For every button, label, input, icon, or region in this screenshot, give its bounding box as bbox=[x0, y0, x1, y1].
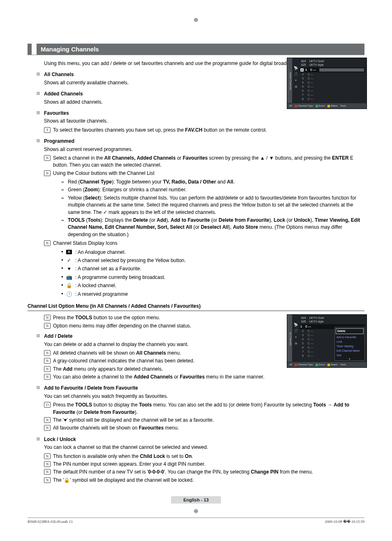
text-bold: Tools bbox=[139, 402, 152, 408]
sub-item-red: Red (Channel Type): Toggle between your … bbox=[61, 179, 364, 186]
status-favourite: ♥: A channel set as a Favourite. bbox=[61, 265, 364, 272]
item-head: Add / Delete bbox=[44, 333, 364, 340]
tv-icon: 📺 bbox=[66, 274, 72, 281]
text: button to use the option menu. bbox=[92, 315, 160, 320]
ch-label: UKTV style bbox=[309, 63, 324, 67]
check-icon: ✓ bbox=[66, 257, 72, 264]
text-bold: Tools bbox=[88, 217, 100, 223]
antenna-icon: 📡 bbox=[293, 65, 299, 71]
note-n-icon: N bbox=[44, 477, 51, 483]
text-bold: Deselect All bbox=[201, 224, 229, 230]
text: All favourite channels will be shown on bbox=[53, 425, 139, 431]
text: ): Selects multiple channel lists. You c… bbox=[68, 195, 356, 215]
status-locked: 🔒: A locked channel. bbox=[61, 282, 364, 289]
note-item: T To select the favourites channels you … bbox=[44, 127, 364, 134]
note-item: NThe PIN number input screen appears. En… bbox=[44, 461, 364, 468]
text-bold: Unlock bbox=[294, 217, 310, 223]
text: . bbox=[233, 179, 235, 185]
item-head: All Channels bbox=[44, 71, 364, 78]
text: menu. bbox=[164, 425, 179, 431]
print-footer: BN68-02388A-03L09.indb 13 2009-10-08 �� … bbox=[28, 518, 364, 524]
note-item: NThe Add menu only appears for deleted c… bbox=[44, 366, 364, 373]
text: ), bbox=[310, 217, 315, 223]
note-n-icon: N bbox=[44, 350, 51, 356]
note-item: NA gray-coloured channel indicates the c… bbox=[44, 358, 364, 365]
text: ), bbox=[166, 217, 171, 223]
item-head: Lock / Unlock bbox=[44, 436, 364, 443]
text: ). bbox=[135, 409, 138, 415]
text-bold: All Channels, Added Channels bbox=[104, 155, 176, 161]
text-bold: Select bbox=[85, 195, 99, 201]
text: menu only appears for deleted channels. bbox=[72, 366, 163, 372]
note-item: NYou can also delete a channel to the Ad… bbox=[44, 374, 283, 381]
text: button on the remote control. bbox=[203, 127, 267, 133]
text: ), bbox=[228, 224, 233, 230]
ch-num: 824 bbox=[301, 59, 306, 63]
text: ): Toggle between your bbox=[112, 179, 163, 185]
note-n-icon: N bbox=[44, 417, 51, 423]
text: '. You can change the PIN, by selecting bbox=[164, 469, 251, 475]
text-bold: Channel Type bbox=[80, 179, 112, 185]
item-added-channels: Added Channels Shows all added channels. bbox=[44, 91, 364, 106]
text: or bbox=[175, 155, 182, 161]
note-item: N Press the TOOLS button to use the opti… bbox=[44, 314, 364, 321]
note-n-icon: N bbox=[44, 366, 51, 372]
text: is set to bbox=[165, 453, 185, 459]
sub-item-yellow: Yellow (Select): Selects multiple channe… bbox=[61, 195, 364, 216]
text: Press the bbox=[53, 402, 75, 408]
item-desc: Shows all currently available channels. bbox=[44, 79, 364, 86]
item-head: Programmed bbox=[44, 138, 364, 145]
text-bold: TV, Radio, Data / Other bbox=[163, 179, 216, 185]
text-bold: Add bbox=[63, 366, 72, 372]
subsection-head: Channel List Option Menu (in All Channel… bbox=[28, 303, 364, 311]
registration-mark-bottom: ⊕ bbox=[28, 508, 364, 514]
item-head: Add to Favourite / Delete from Favourite bbox=[44, 385, 364, 392]
text: You can also delete a channel to the bbox=[53, 374, 134, 380]
text-bold: Delete from Favourite bbox=[84, 409, 134, 415]
text: or bbox=[173, 374, 180, 380]
note-n-icon: N bbox=[44, 315, 51, 320]
text-bold: Favourites bbox=[183, 155, 208, 161]
text: Using the Colour buttons with the Channe… bbox=[53, 170, 154, 176]
text: Option menu items may differ depending o… bbox=[53, 323, 191, 329]
text: menu. bbox=[166, 350, 181, 356]
tools-o-icon: O bbox=[44, 402, 51, 408]
item-all-channels: All Channels Shows all currently availab… bbox=[44, 71, 364, 86]
note-n-icon: N bbox=[44, 453, 51, 459]
item-desc: You can delete or add a channel to displ… bbox=[44, 341, 364, 348]
text: : A programme currently being broadcast. bbox=[75, 274, 165, 280]
item-desc: You can set channels you watch frequentl… bbox=[44, 393, 364, 400]
text: (or bbox=[192, 224, 201, 230]
text-bold: Auto Store bbox=[233, 224, 258, 230]
text: . bbox=[192, 453, 193, 459]
text: Green ( bbox=[68, 187, 85, 193]
note-n-icon: N bbox=[44, 323, 51, 329]
text: The '♥' symbol will be displayed and the… bbox=[53, 417, 214, 423]
item-desc: Shows all added channels. bbox=[44, 99, 364, 106]
lock-icon: 🔒 bbox=[66, 282, 72, 289]
text: Red ( bbox=[68, 179, 80, 185]
text: (or bbox=[210, 217, 219, 223]
print-file-name: BN68-02388A-03L09.indb 13 bbox=[28, 520, 73, 524]
text: Press the bbox=[53, 315, 75, 320]
text: The default PIN number of a new TV set i… bbox=[53, 469, 148, 475]
registration-mark-top: ⊕ bbox=[28, 16, 364, 23]
status-analogue: A: An Analogue channel. bbox=[61, 249, 364, 256]
text-bold: Added Channels bbox=[134, 374, 173, 380]
text: menu in the same manner. bbox=[205, 374, 264, 380]
note-n-icon: N bbox=[44, 469, 51, 475]
text-bold: Delete bbox=[133, 217, 148, 223]
text: from the menu. bbox=[279, 469, 313, 475]
section-title: Managing Channels bbox=[37, 44, 364, 55]
text-bold: All Channels bbox=[136, 350, 166, 356]
text: All deleted channels will be shown on bbox=[53, 350, 136, 356]
text: : A channel set as a Favourite. bbox=[75, 266, 141, 272]
status-reserved: 🕒: A reserved programme bbox=[61, 291, 364, 298]
text: (or bbox=[148, 217, 157, 223]
text: and bbox=[216, 179, 227, 185]
page-number-label: English - 13 bbox=[171, 496, 221, 504]
item-add-favourite: Add to Favourite / Delete from Favourite… bbox=[44, 385, 364, 432]
note-n-icon: N bbox=[44, 155, 51, 161]
text-bold: TOOLS bbox=[75, 402, 92, 408]
page-footer-lang: English - 13 bbox=[28, 496, 364, 504]
